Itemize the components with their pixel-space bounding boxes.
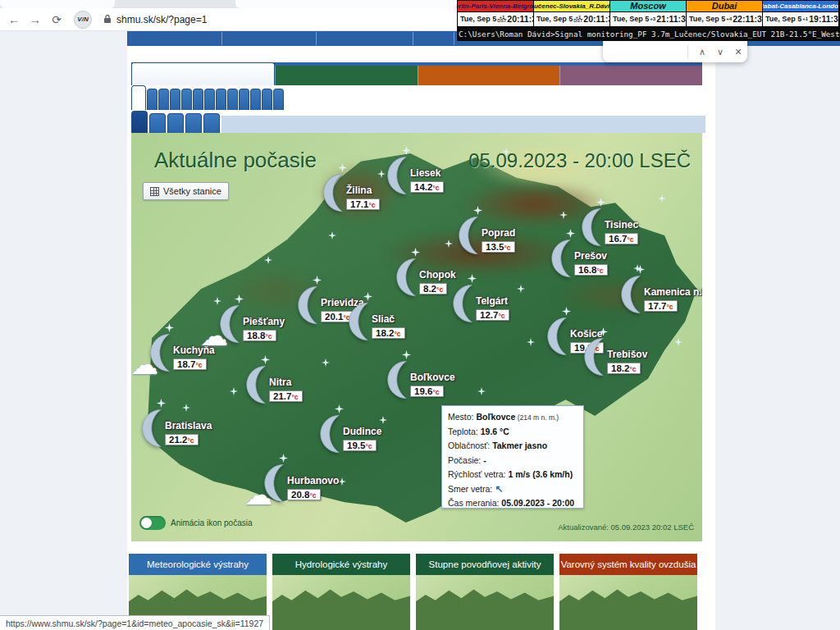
warning-card-title[interactable]: Varovný systém kvality ovzdušia — [559, 554, 697, 575]
sub-tab[interactable] — [273, 89, 284, 110]
weather-station[interactable]: ☁ Telgárt 12.7°c — [476, 295, 509, 322]
weather-station[interactable]: ☁ Hurbanovo 20.8°c — [287, 475, 339, 501]
url-field[interactable]: shmu.sk/sk/?page=1 — [116, 14, 207, 25]
warning-card-map[interactable] — [559, 575, 697, 630]
sub-tab[interactable] — [181, 89, 192, 110]
weather-station[interactable]: ☁ Kuchyňa 18.7°c — [173, 345, 215, 371]
sub-tab[interactable] — [227, 89, 238, 110]
sub-tab[interactable] — [131, 85, 146, 110]
sub-tab[interactable] — [170, 89, 180, 110]
sub-tab[interactable] — [216, 89, 226, 110]
clock-widget: Moscow Tue, Sep 5 +3 21:11:37 — [610, 1, 687, 26]
weather-station[interactable]: ☁ Prešov 16.8°c — [574, 250, 608, 276]
all-stations-button[interactable]: Všetky stanice — [143, 182, 229, 200]
clock-utc-offset: +1DST — [573, 16, 583, 23]
info-row: Oblačnosť: Takmer jasno — [448, 439, 578, 454]
weather-station[interactable]: ☁ Žilina 17.1°c — [346, 185, 380, 211]
clock-widget: Rabat-Casablanca-London Tue, Sep 5 +1 19… — [763, 1, 839, 26]
region-tab[interactable] — [203, 113, 220, 133]
lock-icon[interactable] — [103, 12, 112, 27]
updated-timestamp: Aktualizované: 05.09.2023 20:02 LSEČ — [558, 523, 694, 532]
star-icon — [674, 338, 682, 346]
cloud-icon: ☁ — [244, 486, 272, 503]
region-tab[interactable] — [149, 113, 166, 133]
clock-time: 20:11:37 — [507, 14, 534, 24]
reload-button[interactable]: ⟳ — [49, 12, 64, 27]
clock-time-row: Tue, Sep 5 +1 19:11:37 — [763, 12, 838, 26]
weather-station[interactable]: ☁ Boľkovce 19.6°c — [410, 372, 455, 398]
station-name: Kuchyňa — [173, 345, 215, 356]
findbar-divider — [687, 45, 688, 58]
weather-map[interactable]: Aktuálne počasie 05.09.2023 - 20:00 LSEČ… — [131, 133, 702, 541]
weather-station[interactable]: ☁ Dudince 19.5°c — [343, 426, 381, 452]
find-bar: ∧ ∨ ✕ — [603, 41, 747, 62]
back-button[interactable]: ← — [7, 12, 21, 27]
info-row: Rýchlosť vetra: 1 m/s (3.6 km/h) — [448, 468, 578, 482]
moon-icon — [315, 413, 348, 455]
station-name: Chopok — [419, 269, 456, 281]
clock-time-row: Tue, Sep 5 +1DST 20:11:37 — [534, 12, 609, 26]
info-row: Počasie: - — [448, 454, 578, 468]
cloud-icon: ☁ — [200, 327, 228, 344]
main-tab[interactable] — [559, 66, 702, 85]
forward-button[interactable]: → — [28, 12, 43, 27]
sub-tab[interactable] — [239, 89, 249, 110]
warning-card-map[interactable] — [416, 575, 554, 630]
station-name: Piešťany — [243, 316, 285, 327]
find-next-button[interactable]: ∨ — [711, 43, 729, 60]
animation-toggle-wrap: Animácia ikon počasia — [139, 516, 253, 530]
clock-time-row: Tue, Sep 5 +3 21:11:37 — [610, 12, 686, 26]
region-tab[interactable] — [167, 113, 184, 133]
weather-station[interactable]: ☁ Liesek 14.2°c — [410, 167, 444, 194]
warning-card-title[interactable]: Hydrologické výstrahy — [272, 554, 410, 575]
station-name: Poprad — [482, 227, 515, 239]
weather-station[interactable]: ☁ Tisinec 16.7°c — [605, 219, 638, 245]
weather-station[interactable]: ☁ Kamenica n.C. 17.7°c — [644, 286, 702, 313]
sub-tab[interactable] — [158, 89, 169, 110]
avatar[interactable]: V/N — [74, 11, 92, 29]
sub-tab[interactable] — [204, 89, 215, 110]
console-bar[interactable]: C:\Users\Roman Dávid>Signal monitoring_P… — [457, 27, 840, 41]
find-previous-button[interactable]: ∧ — [693, 43, 711, 60]
region-tab[interactable] — [131, 111, 148, 133]
weather-station[interactable]: ☁ Sliač 18.2°c — [372, 313, 405, 340]
station-info-box: Mesto: Boľkovce (214 m n. m.) Teplota: 1… — [441, 405, 584, 509]
clock-widget: Lučenec-Slovakia_R.Dávid Tue, Sep 5 +1DS… — [534, 1, 610, 26]
main-tab[interactable] — [418, 66, 560, 85]
sub-tab[interactable] — [193, 89, 203, 110]
station-temperature: 17.7°c — [644, 300, 678, 312]
warning-card-title[interactable]: Meteorologické výstrahy — [129, 554, 267, 575]
main-tab[interactable] — [131, 62, 275, 85]
main-tab[interactable] — [275, 66, 418, 85]
station-name: Telgárt — [476, 295, 509, 307]
sub-tab[interactable] — [250, 89, 261, 110]
station-name: Nitra — [269, 377, 303, 388]
weather-station[interactable]: ☁ Nitra 21.7°c — [269, 377, 303, 403]
moon-icon — [579, 336, 612, 378]
weather-station[interactable]: ☁ Trebišov 18.2°c — [607, 349, 647, 375]
station-name: Kamenica n.C. — [644, 286, 702, 298]
weather-station[interactable]: ☁ Piešťany 18.8°c — [243, 316, 285, 342]
region-tabs-filler — [221, 116, 705, 133]
nav-divider — [316, 32, 317, 45]
weather-station[interactable]: ☁ Bratislava 21.2°c — [165, 420, 212, 446]
station-name: Hurbanovo — [287, 475, 339, 486]
moon-icon — [577, 206, 609, 249]
animation-toggle[interactable] — [139, 516, 166, 530]
region-tab[interactable] — [185, 113, 202, 133]
warning-card-map[interactable] — [272, 575, 410, 630]
info-row: Čas merania: 05.09.2023 - 20:00 — [448, 496, 578, 511]
main-tabs — [131, 62, 702, 85]
browser-tab[interactable] — [235, 0, 457, 8]
sub-tab[interactable] — [147, 89, 158, 110]
sub-tab[interactable] — [262, 89, 272, 110]
station-temperature: 21.7°c — [269, 390, 303, 402]
find-close-button[interactable]: ✕ — [729, 43, 747, 60]
weather-station[interactable]: ☁ Poprad 13.5°c — [482, 227, 515, 253]
browser-tab[interactable] — [0, 0, 115, 8]
station-temperature: 14.2°c — [410, 181, 444, 193]
console-text: C:\Users\Roman Dávid>Signal monitoring_P… — [459, 30, 840, 39]
clock-date: Tue, Sep 5 — [689, 15, 725, 23]
warning-card-title[interactable]: Stupne povodňovej aktivity — [416, 554, 554, 575]
info-row: Teplota: 19.6 °C — [448, 425, 578, 440]
